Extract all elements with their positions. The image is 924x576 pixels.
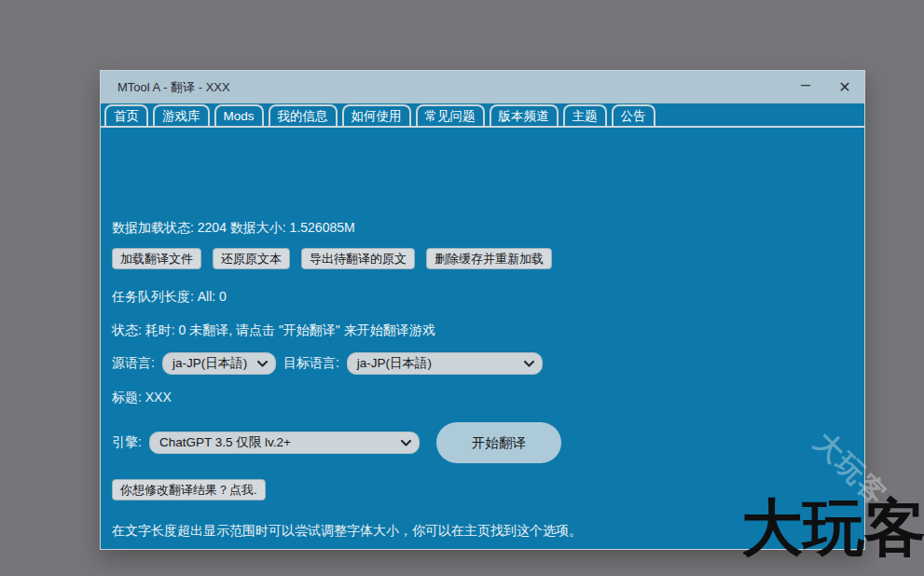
tab-bar: 首页 游戏库 Mods 我的信息 如何使用 常见问题 版本频道 主题 公告 [101, 103, 864, 128]
tab-game-library[interactable]: 游戏库 [153, 104, 210, 126]
game-title-text: 标题: XXX [112, 390, 172, 406]
chevron-down-icon [257, 361, 268, 367]
tab-how-to-use[interactable]: 如何使用 [342, 104, 411, 126]
chevron-down-icon [401, 440, 411, 446]
source-language-select[interactable]: ja-JP(日本語) [162, 352, 276, 375]
action-button-row: 加载翻译文件 还原原文本 导出待翻译的原文 删除缓存并重新加载 [112, 248, 563, 269]
target-language-value: ja-JP(日本語) [357, 355, 432, 372]
close-button[interactable]: ✕ [825, 71, 864, 103]
tab-version-channel[interactable]: 版本频道 [490, 104, 559, 126]
close-icon: ✕ [838, 78, 850, 96]
restore-original-text-button[interactable]: 还原原文本 [213, 248, 290, 269]
tab-theme[interactable]: 主题 [563, 104, 607, 126]
tab-my-info[interactable]: 我的信息 [269, 104, 338, 126]
load-translation-file-button[interactable]: 加载翻译文件 [112, 248, 201, 269]
engine-label: 引擎: [112, 434, 142, 451]
start-translation-button[interactable]: 开始翻译 [436, 422, 561, 463]
engine-select[interactable]: ChatGPT 3.5 仅限 lv.2+ [149, 432, 420, 454]
target-language-select[interactable]: ja-JP(日本語) [347, 352, 543, 375]
tab-announcement[interactable]: 公告 [612, 104, 655, 126]
task-queue-length: 任务队列长度: All: 0 [112, 289, 227, 306]
edit-results-row: 你想修改翻译结果？点我. [112, 479, 266, 501]
engine-row: 引擎: ChatGPT 3.5 仅限 lv.2+ 开始翻译 [112, 422, 561, 463]
minimize-icon: – [801, 75, 810, 94]
translate-panel: 数据加载状态: 2204 数据大小: 1.526085M 加载翻译文件 还原原文… [101, 128, 864, 549]
clear-cache-reload-button[interactable]: 删除缓存并重新加载 [426, 248, 552, 269]
titlebar[interactable]: MTool A - 翻译 - XXX – ✕ [101, 71, 864, 103]
status-text: 状态: 耗时: 0 未翻译, 请点击 "开始翻译" 来开始翻译游戏 [112, 322, 435, 339]
target-language-label: 目标语言: [283, 355, 339, 372]
minimize-button[interactable]: – [786, 71, 825, 103]
language-row: 源语言: ja-JP(日本語) 目标语言: ja-JP(日本語) [112, 352, 550, 375]
data-load-status: 数据加载状态: 2204 数据大小: 1.526085M [112, 220, 355, 237]
tab-mods[interactable]: Mods [214, 104, 264, 126]
window-title: MTool A - 翻译 - XXX [101, 79, 786, 96]
font-size-tip: 在文字长度超出显示范围时可以尝试调整字体大小，你可以在主页找到这个选项。 [112, 523, 582, 540]
source-language-value: ja-JP(日本語) [172, 355, 247, 372]
chevron-down-icon [524, 361, 534, 367]
engine-value: ChatGPT 3.5 仅限 lv.2+ [159, 434, 291, 451]
edit-translation-results-button[interactable]: 你想修改翻译结果？点我. [112, 479, 266, 501]
tab-faq[interactable]: 常见问题 [416, 104, 485, 126]
tab-home[interactable]: 首页 [104, 104, 148, 126]
export-untranslated-button[interactable]: 导出待翻译的原文 [301, 248, 415, 269]
mtool-window: MTool A - 翻译 - XXX – ✕ 首页 游戏库 Mods 我的信息 … [100, 70, 865, 550]
source-language-label: 源语言: [112, 355, 155, 372]
